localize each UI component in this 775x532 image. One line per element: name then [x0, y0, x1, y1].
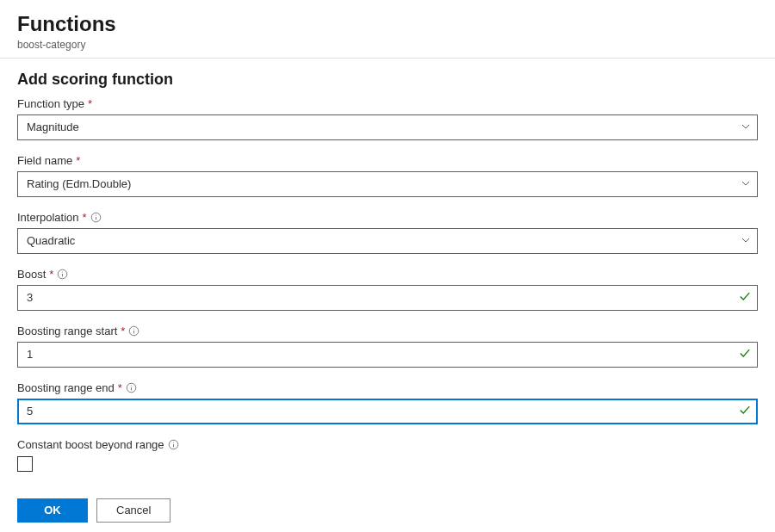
svg-point-1: [96, 214, 96, 215]
label-text: Constant boost beyond range: [17, 438, 164, 451]
interpolation-select-wrap: Quadratic: [17, 228, 758, 254]
field-name-select[interactable]: Rating (Edm.Double): [17, 171, 758, 197]
ok-button[interactable]: OK: [17, 498, 88, 523]
range-start-input-wrap: [17, 342, 758, 368]
range-start-input[interactable]: [17, 342, 758, 368]
info-icon[interactable]: [90, 212, 102, 223]
svg-point-3: [62, 271, 63, 272]
range-end-label: Boosting range end *: [17, 381, 758, 394]
label-text: Boosting range end: [17, 381, 115, 394]
interpolation-label: Interpolation *: [17, 211, 758, 224]
page-subtitle: boost-category: [17, 39, 116, 51]
section-title: Add scoring function: [17, 71, 758, 89]
required-asterisk: *: [121, 325, 125, 337]
field-function-type: Function type * Magnitude: [17, 97, 758, 140]
label-text: Function type: [17, 97, 84, 110]
field-boost: Boost *: [17, 268, 758, 311]
function-type-label: Function type *: [17, 97, 758, 110]
required-asterisk: *: [76, 154, 80, 167]
cancel-button[interactable]: Cancel: [96, 498, 170, 523]
svg-point-5: [133, 328, 134, 329]
required-asterisk: *: [83, 211, 87, 224]
boost-label: Boost *: [17, 268, 758, 281]
page-title: Functions: [17, 12, 116, 37]
panel-header: Functions boost-category: [0, 0, 775, 59]
label-text: Boost: [17, 268, 46, 281]
field-name-label: Field name *: [17, 154, 758, 167]
field-field-name: Field name * Rating (Edm.Double): [17, 154, 758, 197]
constant-beyond-label: Constant boost beyond range: [17, 438, 758, 451]
select-value: Quadratic: [27, 234, 75, 247]
svg-point-7: [131, 385, 132, 386]
label-text: Interpolation: [17, 211, 79, 224]
range-end-input[interactable]: [17, 399, 758, 424]
field-constant-beyond: Constant boost beyond range: [17, 438, 758, 474]
interpolation-select[interactable]: Quadratic: [17, 228, 758, 254]
form-content: Add scoring function Function type * Mag…: [0, 59, 775, 532]
range-end-input-wrap: [17, 399, 758, 424]
info-icon[interactable]: [128, 325, 140, 337]
info-icon[interactable]: [57, 269, 68, 280]
required-asterisk: *: [88, 97, 92, 110]
button-row: OK Cancel: [17, 498, 758, 523]
required-asterisk: *: [118, 381, 122, 394]
function-type-select-wrap: Magnitude: [17, 114, 758, 140]
function-type-select[interactable]: Magnitude: [17, 114, 758, 140]
field-name-select-wrap: Rating (Edm.Double): [17, 171, 758, 197]
info-icon[interactable]: [126, 382, 137, 393]
boost-input-wrap: [17, 285, 758, 311]
field-range-start: Boosting range start *: [17, 325, 758, 368]
constant-beyond-checkbox-wrap: [17, 456, 758, 474]
constant-beyond-checkbox[interactable]: [17, 456, 33, 472]
required-asterisk: *: [49, 268, 53, 281]
range-start-label: Boosting range start *: [17, 325, 758, 337]
header-text: Functions boost-category: [17, 12, 116, 51]
label-text: Field name: [17, 154, 72, 167]
boost-input[interactable]: [17, 285, 758, 311]
field-range-end: Boosting range end *: [17, 381, 758, 424]
close-button[interactable]: [746, 12, 756, 36]
info-icon[interactable]: [168, 439, 179, 450]
select-value: Rating (Edm.Double): [27, 177, 131, 190]
select-value: Magnitude: [27, 121, 79, 133]
field-interpolation: Interpolation * Quadratic: [17, 211, 758, 254]
svg-point-9: [173, 442, 174, 442]
label-text: Boosting range start: [17, 325, 117, 337]
